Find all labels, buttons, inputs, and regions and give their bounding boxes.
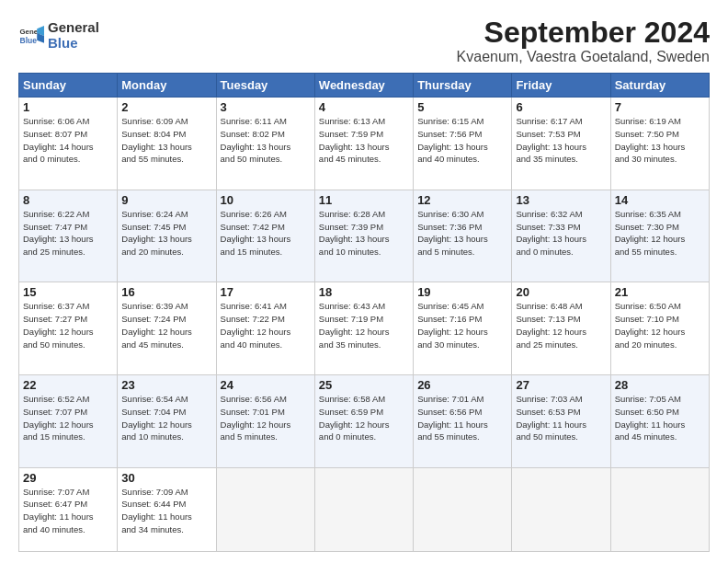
day-info: Sunrise: 6:19 AM Sunset: 7:50 PM Dayligh… bbox=[615, 115, 705, 166]
col-saturday: Saturday bbox=[610, 74, 709, 98]
table-row: 3Sunrise: 6:11 AM Sunset: 8:02 PM Daylig… bbox=[216, 98, 314, 190]
day-number: 7 bbox=[615, 100, 705, 114]
table-row: 2Sunrise: 6:09 AM Sunset: 8:04 PM Daylig… bbox=[118, 98, 216, 190]
day-number: 6 bbox=[516, 100, 606, 114]
table-row: 4Sunrise: 6:13 AM Sunset: 7:59 PM Daylig… bbox=[314, 98, 413, 190]
day-info: Sunrise: 6:56 AM Sunset: 7:01 PM Dayligh… bbox=[221, 393, 311, 443]
day-number: 14 bbox=[615, 193, 705, 207]
day-info: Sunrise: 6:15 AM Sunset: 7:56 PM Dayligh… bbox=[417, 115, 507, 166]
day-info: Sunrise: 7:05 AM Sunset: 6:50 PM Dayligh… bbox=[615, 393, 705, 443]
table-row: 12Sunrise: 6:30 AM Sunset: 7:36 PM Dayli… bbox=[414, 190, 512, 282]
day-number: 30 bbox=[121, 471, 211, 485]
day-number: 27 bbox=[516, 378, 606, 392]
table-row: 1Sunrise: 6:06 AM Sunset: 8:07 PM Daylig… bbox=[19, 98, 118, 190]
table-row: 14Sunrise: 6:35 AM Sunset: 7:30 PM Dayli… bbox=[610, 190, 709, 282]
day-number: 22 bbox=[23, 378, 113, 392]
day-number: 2 bbox=[121, 100, 211, 114]
day-number: 19 bbox=[417, 285, 507, 299]
day-number: 15 bbox=[23, 285, 113, 299]
day-info: Sunrise: 6:45 AM Sunset: 7:16 PM Dayligh… bbox=[417, 300, 507, 350]
table-row bbox=[512, 467, 610, 551]
table-row bbox=[610, 467, 709, 551]
day-info: Sunrise: 7:09 AM Sunset: 6:44 PM Dayligh… bbox=[121, 486, 211, 536]
table-row: 5Sunrise: 6:15 AM Sunset: 7:56 PM Daylig… bbox=[414, 98, 512, 190]
day-number: 24 bbox=[221, 378, 311, 392]
day-number: 10 bbox=[221, 193, 311, 207]
table-row: 29Sunrise: 7:07 AM Sunset: 6:47 PM Dayli… bbox=[19, 467, 118, 551]
day-info: Sunrise: 6:43 AM Sunset: 7:19 PM Dayligh… bbox=[319, 300, 409, 350]
day-info: Sunrise: 7:07 AM Sunset: 6:47 PM Dayligh… bbox=[23, 486, 113, 536]
calendar-table: Sunday Monday Tuesday Wednesday Thursday… bbox=[18, 73, 710, 552]
day-info: Sunrise: 6:30 AM Sunset: 7:36 PM Dayligh… bbox=[417, 208, 507, 259]
table-row: 17Sunrise: 6:41 AM Sunset: 7:22 PM Dayli… bbox=[216, 282, 314, 375]
calendar-header-row: Sunday Monday Tuesday Wednesday Thursday… bbox=[19, 74, 710, 98]
day-number: 8 bbox=[23, 193, 113, 207]
day-number: 5 bbox=[417, 100, 507, 114]
table-row: 8Sunrise: 6:22 AM Sunset: 7:47 PM Daylig… bbox=[19, 190, 118, 282]
day-number: 28 bbox=[615, 378, 705, 392]
day-info: Sunrise: 6:06 AM Sunset: 8:07 PM Dayligh… bbox=[23, 115, 113, 166]
day-info: Sunrise: 6:26 AM Sunset: 7:42 PM Dayligh… bbox=[221, 208, 311, 259]
day-number: 4 bbox=[319, 100, 409, 114]
day-info: Sunrise: 6:50 AM Sunset: 7:10 PM Dayligh… bbox=[615, 300, 705, 350]
day-number: 3 bbox=[221, 100, 311, 114]
day-info: Sunrise: 6:22 AM Sunset: 7:47 PM Dayligh… bbox=[23, 208, 113, 259]
table-row: 15Sunrise: 6:37 AM Sunset: 7:27 PM Dayli… bbox=[19, 282, 118, 375]
day-info: Sunrise: 6:54 AM Sunset: 7:04 PM Dayligh… bbox=[121, 393, 211, 443]
table-row bbox=[216, 467, 314, 551]
calendar-title: September 2024 bbox=[457, 17, 710, 49]
table-row: 13Sunrise: 6:32 AM Sunset: 7:33 PM Dayli… bbox=[512, 190, 610, 282]
logo-text-line1: General bbox=[48, 20, 99, 36]
table-row: 10Sunrise: 6:26 AM Sunset: 7:42 PM Dayli… bbox=[216, 190, 314, 282]
day-number: 17 bbox=[221, 285, 311, 299]
day-info: Sunrise: 6:13 AM Sunset: 7:59 PM Dayligh… bbox=[319, 115, 409, 166]
table-row: 16Sunrise: 6:39 AM Sunset: 7:24 PM Dayli… bbox=[118, 282, 216, 375]
day-info: Sunrise: 6:58 AM Sunset: 6:59 PM Dayligh… bbox=[319, 393, 409, 443]
day-info: Sunrise: 7:03 AM Sunset: 6:53 PM Dayligh… bbox=[516, 393, 606, 443]
table-row bbox=[414, 467, 512, 551]
day-info: Sunrise: 6:09 AM Sunset: 8:04 PM Dayligh… bbox=[121, 115, 211, 166]
day-info: Sunrise: 6:41 AM Sunset: 7:22 PM Dayligh… bbox=[221, 300, 311, 350]
table-row: 23Sunrise: 6:54 AM Sunset: 7:04 PM Dayli… bbox=[118, 375, 216, 468]
day-info: Sunrise: 6:39 AM Sunset: 7:24 PM Dayligh… bbox=[121, 300, 211, 350]
table-row: 11Sunrise: 6:28 AM Sunset: 7:39 PM Dayli… bbox=[314, 190, 413, 282]
table-row: 18Sunrise: 6:43 AM Sunset: 7:19 PM Dayli… bbox=[314, 282, 413, 375]
day-number: 1 bbox=[23, 100, 113, 114]
table-row: 28Sunrise: 7:05 AM Sunset: 6:50 PM Dayli… bbox=[610, 375, 709, 468]
table-row: 19Sunrise: 6:45 AM Sunset: 7:16 PM Dayli… bbox=[414, 282, 512, 375]
logo-icon: General Blue bbox=[18, 23, 44, 49]
day-number: 29 bbox=[23, 471, 113, 485]
title-block: September 2024 Kvaenum, Vaestra Goetalan… bbox=[457, 17, 710, 65]
table-row: 6Sunrise: 6:17 AM Sunset: 7:53 PM Daylig… bbox=[512, 98, 610, 190]
day-info: Sunrise: 6:32 AM Sunset: 7:33 PM Dayligh… bbox=[516, 208, 606, 259]
col-thursday: Thursday bbox=[414, 74, 512, 98]
table-row: 24Sunrise: 6:56 AM Sunset: 7:01 PM Dayli… bbox=[216, 375, 314, 468]
day-number: 26 bbox=[417, 378, 507, 392]
day-number: 20 bbox=[516, 285, 606, 299]
table-row: 27Sunrise: 7:03 AM Sunset: 6:53 PM Dayli… bbox=[512, 375, 610, 468]
day-number: 9 bbox=[121, 193, 211, 207]
day-number: 18 bbox=[319, 285, 409, 299]
day-info: Sunrise: 6:35 AM Sunset: 7:30 PM Dayligh… bbox=[615, 208, 705, 259]
table-row: 9Sunrise: 6:24 AM Sunset: 7:45 PM Daylig… bbox=[118, 190, 216, 282]
logo: General Blue General Blue bbox=[18, 20, 99, 51]
logo-text-line2: Blue bbox=[48, 36, 99, 52]
day-number: 25 bbox=[319, 378, 409, 392]
day-info: Sunrise: 6:48 AM Sunset: 7:13 PM Dayligh… bbox=[516, 300, 606, 350]
col-monday: Monday bbox=[118, 74, 216, 98]
table-row: 7Sunrise: 6:19 AM Sunset: 7:50 PM Daylig… bbox=[610, 98, 709, 190]
col-sunday: Sunday bbox=[19, 74, 118, 98]
table-row: 26Sunrise: 7:01 AM Sunset: 6:56 PM Dayli… bbox=[414, 375, 512, 468]
day-info: Sunrise: 6:37 AM Sunset: 7:27 PM Dayligh… bbox=[23, 300, 113, 350]
table-row: 21Sunrise: 6:50 AM Sunset: 7:10 PM Dayli… bbox=[610, 282, 709, 375]
page: General Blue General Blue September 2024… bbox=[0, 0, 728, 563]
header: General Blue General Blue September 2024… bbox=[18, 17, 710, 65]
table-row: 25Sunrise: 6:58 AM Sunset: 6:59 PM Dayli… bbox=[314, 375, 413, 468]
day-info: Sunrise: 6:28 AM Sunset: 7:39 PM Dayligh… bbox=[319, 208, 409, 259]
day-number: 23 bbox=[121, 378, 211, 392]
day-info: Sunrise: 6:24 AM Sunset: 7:45 PM Dayligh… bbox=[121, 208, 211, 259]
day-info: Sunrise: 7:01 AM Sunset: 6:56 PM Dayligh… bbox=[417, 393, 507, 443]
day-number: 16 bbox=[121, 285, 211, 299]
day-info: Sunrise: 6:52 AM Sunset: 7:07 PM Dayligh… bbox=[23, 393, 113, 443]
table-row: 20Sunrise: 6:48 AM Sunset: 7:13 PM Dayli… bbox=[512, 282, 610, 375]
